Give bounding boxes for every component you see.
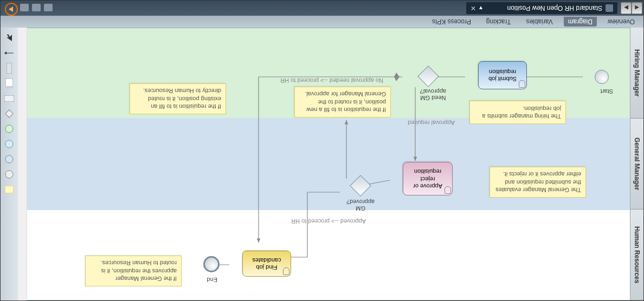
svg-rect-9: [7, 63, 12, 74]
svg-rect-5: [5, 110, 13, 117]
gateway-label: Need GM approval?: [420, 88, 446, 101]
start-event[interactable]: [595, 70, 609, 84]
pointer-icon[interactable]: [4, 33, 14, 43]
titlebar-tool-1-icon[interactable]: [44, 4, 53, 11]
task-label: Find job candidates: [252, 257, 281, 271]
arrow-icon[interactable]: [4, 48, 14, 58]
svg-point-3: [5, 140, 13, 148]
sticky-note-submit[interactable]: The hiring manager submits a job requisi…: [469, 101, 566, 124]
start-label: Start: [601, 88, 613, 95]
event4-icon[interactable]: [4, 124, 14, 134]
svg-rect-6: [4, 95, 14, 102]
svg-rect-0: [5, 186, 14, 193]
note-icon[interactable]: [4, 185, 14, 194]
lane-header-gm[interactable]: General Manager: [630, 119, 643, 210]
document-tab[interactable]: Standard HR Open New Position ▾ ✕: [466, 2, 617, 14]
diagram-canvas[interactable]: Human Resources General Manager Hiring M…: [18, 28, 643, 300]
edge-label-no-approval: No approval needed --> proceed to HR: [280, 77, 383, 84]
svg-point-2: [5, 155, 13, 163]
diagram-palette: [1, 28, 18, 300]
sticky-note-gm-eval[interactable]: The General Manager evaluates the submit…: [490, 167, 586, 198]
task-find-candidates[interactable]: Find job candidates: [242, 251, 291, 277]
end-label: End: [207, 277, 217, 283]
gateway-icon[interactable]: [4, 109, 14, 119]
document-menu-chevron-icon[interactable]: ▾: [479, 4, 482, 12]
milestone-icon[interactable]: [4, 63, 14, 73]
sticky-note-gm-routed[interactable]: If the General Manager approves the requ…: [85, 256, 182, 286]
end-event[interactable]: [203, 256, 220, 272]
svg-point-1: [5, 171, 13, 178]
run-process-button[interactable]: [5, 3, 18, 16]
play-icon: [9, 6, 13, 12]
user-task-marker-icon: [283, 267, 289, 275]
tab-overview[interactable]: Overview: [603, 17, 639, 27]
nav-back-button[interactable]: ◀: [632, 2, 642, 14]
tab-diagram[interactable]: Diagram: [564, 17, 597, 27]
edge-label-approval-required: Approval required: [408, 120, 455, 126]
event2-icon[interactable]: [4, 154, 14, 164]
task-submit-requisition[interactable]: Submit job requisition: [478, 61, 527, 89]
event-icon[interactable]: [4, 169, 14, 179]
titlebar-tool-2-icon[interactable]: [32, 4, 41, 11]
tab-variables[interactable]: Variables: [521, 17, 557, 27]
vertical-scrollbar[interactable]: [18, 28, 27, 300]
lane-header-hiring[interactable]: Hiring Manager: [630, 28, 643, 119]
user-task-marker-icon: [445, 186, 451, 194]
lane-header-hr[interactable]: Human Resources: [630, 210, 643, 300]
tab-process-kpis[interactable]: Process KPIs: [428, 17, 475, 27]
task-approve-reject[interactable]: Approve or reject requisition: [403, 162, 453, 195]
edge-label-approved: Approved --> proceed to HR: [291, 218, 366, 225]
lane-icon[interactable]: [4, 78, 14, 88]
close-tab-button[interactable]: ✕: [471, 4, 476, 12]
editor-title-bar: ◀ ▶ Standard HR Open New Position ▾ ✕: [1, 1, 643, 16]
sticky-note-existing[interactable]: If the requisition is to fill an existin…: [130, 83, 226, 114]
task-label: Approve or reject requisition: [413, 168, 442, 189]
task-icon[interactable]: [4, 94, 14, 103]
titlebar-tool-3-icon[interactable]: [20, 4, 29, 11]
svg-point-4: [5, 125, 13, 133]
svg-rect-8: [5, 86, 13, 88]
event3-icon[interactable]: [4, 139, 14, 149]
nav-forward-button[interactable]: ▶: [621, 2, 632, 14]
sticky-note-route-gm[interactable]: If the requisition is to fill a new posi…: [294, 87, 391, 117]
process-icon: [606, 4, 613, 12]
user-task-marker-icon: [519, 80, 525, 88]
document-title: Standard HR Open New Position: [507, 4, 602, 12]
task-label: Submit job requisition: [488, 68, 517, 82]
tab-tracking[interactable]: Tracking: [482, 17, 516, 27]
gateway-label: GM approved?: [346, 199, 375, 212]
editor-bottom-tabs: Overview Diagram Variables Tracking Proc…: [1, 16, 643, 28]
